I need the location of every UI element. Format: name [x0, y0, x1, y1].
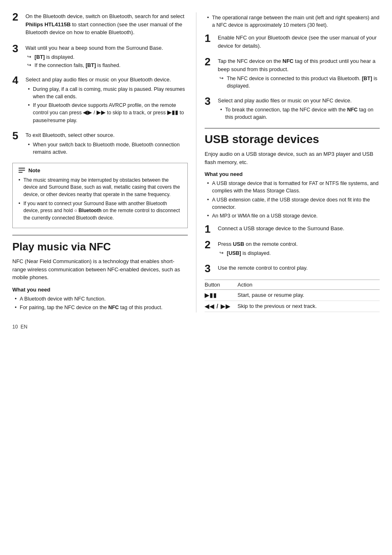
nfc-step-1-content: Enable NFC on your Bluetooth device (see…: [218, 34, 380, 51]
nfc-intro: NFC (Near Field Communication) is a tech…: [12, 257, 188, 282]
note-icon: [18, 167, 26, 173]
table-cell-action: Skip to the previous or next track.: [238, 303, 380, 309]
usb-step-number-2: 2: [205, 239, 218, 250]
step-5: 5 To exit Bluetooth, select other source…: [12, 131, 188, 157]
step-3-arrows: [BT] is displayed. If the connection fai…: [25, 53, 188, 69]
step-5-text: To exit Bluetooth, select other source.: [25, 131, 188, 139]
bullet-item: An MP3 or WMA file on a USB storage devi…: [206, 212, 380, 220]
table-col-action: Action: [238, 282, 380, 288]
left-column: 2 On the Bluetooth device, switch on Blu…: [12, 12, 196, 312]
usb-what-you-need-label: What you need: [205, 171, 380, 177]
usb-step-2-text: Press USB on the remote control.: [218, 240, 380, 248]
note-item: If you want to connect your Surround Bas…: [18, 200, 182, 222]
bullet-item: The operational range between the main u…: [206, 14, 380, 29]
nfc-step-3-text: Select and play audio files or music on …: [218, 97, 380, 105]
nfc-step-1: 1 Enable NFC on your Bluetooth device (s…: [205, 34, 380, 51]
bullet-item: A USB extension cable, if the USB storag…: [206, 196, 380, 211]
nfc-section-title: Play music via NFC: [12, 235, 188, 253]
nfc-step-number-2: 2: [205, 56, 218, 67]
note-list: The music streaming may be interrupted b…: [18, 177, 182, 222]
usb-step-2-content: Press USB on the remote control. [USB] i…: [218, 240, 380, 258]
note-header: Note: [18, 167, 182, 173]
nfc-step-2-content: Tap the NFC device on the NFC tag of thi…: [218, 57, 380, 90]
right-column: The operational range between the main u…: [196, 12, 380, 312]
step-4-text: Select and play audio files or music on …: [25, 76, 188, 84]
usb-what-you-need-list: A USB storage device that is formatted f…: [205, 180, 380, 220]
table-row: ◀◀ / ▶▶ Skip to the previous or next tra…: [205, 301, 380, 312]
arrow-item: The NFC device is connected to this prod…: [219, 75, 380, 90]
usb-section-title: USB storage devices: [205, 133, 380, 146]
table-cell-symbol: ▶▮▮: [205, 292, 238, 298]
usb-step-1: 1 Connect a USB storage device to the Su…: [205, 224, 380, 234]
bullet-item: A Bluetooth device with NFC function.: [14, 295, 188, 303]
step-number-5: 5: [12, 130, 25, 141]
nfc-step-3-content: Select and play audio files or music on …: [218, 97, 380, 123]
page-footer: 10 EN: [0, 321, 392, 333]
nfc-step-3-bullets: To break the connection, tap the NFC dev…: [218, 106, 380, 121]
nfc-step-1-text: Enable NFC on your Bluetooth device (see…: [218, 34, 380, 50]
nfc-range-list: The operational range between the main u…: [205, 14, 380, 29]
note-label: Note: [28, 167, 40, 173]
bullet-item: During play, if a call is coming, music …: [27, 86, 188, 100]
nfc-step-number-1: 1: [205, 33, 218, 44]
usb-intro: Enjoy audio on a USB storage device, suc…: [205, 150, 380, 166]
table-row: ▶▮▮ Start, pause or resume play.: [205, 290, 380, 301]
usb-step-2-arrows: [USB] is displayed.: [218, 250, 380, 257]
step-2-content: On the Bluetooth device, switch on Bluet…: [25, 12, 188, 38]
usb-divider: [205, 128, 380, 129]
note-item: The music streaming may be interrupted b…: [18, 177, 182, 198]
table-col-button: Button: [205, 282, 238, 288]
step-3: 3 Wait until you hear a beep sound from …: [12, 44, 188, 70]
note-box: Note The music streaming may be interrup…: [12, 163, 188, 228]
step-4-bullets: During play, if a call is coming, music …: [25, 86, 188, 124]
bullet-item: If your Bluetooth device supports AVRCP …: [27, 102, 188, 124]
nfc-step-2-arrows: The NFC device is connected to this prod…: [218, 75, 380, 90]
usb-step-number-3: 3: [205, 263, 218, 274]
nfc-what-you-need-list: A Bluetooth device with NFC function. Fo…: [12, 295, 188, 311]
step-number-2: 2: [12, 12, 25, 22]
usb-step-3: 3 Use the remote control to control play…: [205, 264, 380, 274]
step-5-bullets: When your switch back to Bluetooth mode,…: [25, 141, 188, 156]
usb-step-3-text: Use the remote control to control play.: [218, 264, 380, 272]
table-header: Button Action: [205, 280, 380, 290]
step-3-content: Wait until you hear a beep sound from th…: [25, 44, 188, 70]
bullet-item: A USB storage device that is formatted f…: [206, 180, 380, 194]
nfc-step-3: 3 Select and play audio files or music o…: [205, 97, 380, 123]
usb-step-1-text: Connect a USB storage device to the Surr…: [218, 224, 380, 233]
nfc-what-you-need-label: What you need: [12, 287, 188, 293]
step-2-text: On the Bluetooth device, switch on Bluet…: [25, 12, 188, 37]
nfc-step-2-text: Tap the NFC device on the NFC tag of thi…: [218, 57, 380, 73]
step-2: 2 On the Bluetooth device, switch on Blu…: [12, 12, 188, 38]
usb-step-number-1: 1: [205, 224, 218, 234]
nfc-step-number-3: 3: [205, 96, 218, 106]
bullet-item: For pairing, tap the NFC device on the N…: [14, 304, 188, 311]
step-number-4: 4: [12, 75, 25, 86]
page-lang: EN: [21, 324, 28, 330]
nfc-step-2: 2 Tap the NFC device on the NFC tag of t…: [205, 57, 380, 90]
step-5-content: To exit Bluetooth, select other source. …: [25, 131, 188, 157]
arrow-item: [BT] is displayed.: [27, 53, 188, 61]
page-number: 10: [12, 324, 18, 330]
table-cell-action: Start, pause or resume play.: [238, 292, 380, 298]
arrow-item: If the connection fails, [BT] is flashed…: [27, 62, 188, 69]
arrow-item: [USB] is displayed.: [219, 250, 380, 257]
bullet-item: When your switch back to Bluetooth mode,…: [27, 141, 188, 156]
usb-step-1-content: Connect a USB storage device to the Surr…: [218, 224, 380, 234]
control-table: Button Action ▶▮▮ Start, pause or resume…: [205, 280, 380, 312]
step-4-content: Select and play audio files or music on …: [25, 76, 188, 125]
step-number-3: 3: [12, 43, 25, 54]
table-cell-symbol: ◀◀ / ▶▶: [205, 303, 238, 310]
usb-step-2: 2 Press USB on the remote control. [USB]…: [205, 240, 380, 258]
step-3-text: Wait until you hear a beep sound from th…: [25, 44, 188, 52]
usb-step-3-content: Use the remote control to control play.: [218, 264, 380, 274]
step-4: 4 Select and play audio files or music o…: [12, 76, 188, 125]
bullet-item: To break the connection, tap the NFC dev…: [219, 106, 380, 121]
